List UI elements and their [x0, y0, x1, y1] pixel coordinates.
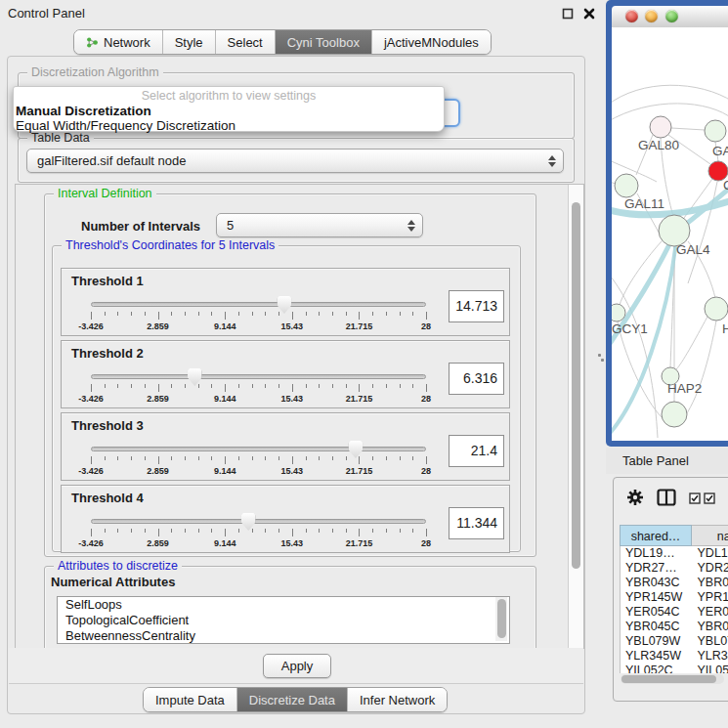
network-canvas[interactable]: GAL80GACGAL11GAL4GCY1HHAP2 — [612, 27, 728, 441]
network-node[interactable] — [612, 304, 625, 321]
table-data-combobox[interactable]: galFiltered.sif default node — [26, 149, 564, 173]
threshold-panel: Threshold 3-3.4262.8599.14415.4321.71528… — [61, 412, 510, 481]
network-view-window: GAL80GACGAL11GAL4GCY1HHAP2 — [606, 0, 728, 447]
table-cell: YDL19… — [693, 546, 728, 561]
table-row[interactable]: YBR043CYBR043C — [621, 576, 728, 590]
threshold-slider[interactable]: -3.4262.8599.14415.4321.71528 — [91, 298, 426, 333]
table-row[interactable]: YBL079WYBL079W — [621, 634, 728, 649]
network-node-label: GAL4 — [676, 242, 710, 257]
slider-ticks — [91, 384, 426, 393]
slider-track[interactable] — [91, 302, 426, 307]
number-of-intervals-combobox[interactable]: 5 — [216, 213, 423, 237]
slider-ticks — [91, 529, 426, 537]
table-row[interactable]: YIL052CYIL052C — [621, 664, 728, 673]
table-row[interactable]: YPR145WYPR145W — [621, 590, 728, 605]
slider-tick-labels: -3.4262.8599.14415.4321.71528 — [91, 538, 426, 548]
table-horizontal-scrollbar-thumb[interactable] — [621, 675, 716, 683]
interval-definition-group: Interval Definition Number of Intervals … — [44, 193, 536, 557]
slider-track[interactable] — [91, 519, 426, 524]
apply-button[interactable]: Apply — [263, 654, 331, 678]
close-icon[interactable] — [583, 8, 595, 20]
network-node[interactable] — [705, 120, 726, 142]
table-row[interactable]: YLR345WYLR345W — [621, 649, 728, 664]
minimize-traffic-light[interactable] — [645, 10, 658, 22]
attributes-list-scrollbar[interactable] — [495, 597, 507, 641]
table-cell: YBR045C — [621, 620, 693, 634]
apply-footer: Apply — [9, 648, 583, 684]
algorithm-option-equal-width-frequency[interactable]: Equal Width/Frequency Discretization — [14, 118, 444, 133]
discretization-algorithm-group-label: Discretization Algorithm — [27, 65, 163, 79]
table-horizontal-scrollbar[interactable] — [621, 674, 724, 684]
numerical-attributes-label: Numerical Attributes — [51, 575, 175, 589]
attribute-list-item[interactable]: SelfLoops — [58, 597, 509, 613]
tab-jactivemnodules[interactable]: jActiveMNodules — [372, 30, 491, 54]
attributes-group: Attributes to discretize Numerical Attri… — [44, 566, 536, 649]
network-window-titlebar[interactable] — [612, 6, 728, 28]
table-cell: YLR345W — [621, 649, 693, 664]
table-row[interactable]: YBR045CYBR045C — [621, 620, 728, 634]
table-cell: YPR145W — [621, 590, 693, 605]
threshold-slider[interactable]: -3.4262.8599.14415.4321.71528 — [91, 370, 426, 406]
table-cell: YIL052C — [621, 664, 693, 673]
tab-infer-network[interactable]: Infer Network — [348, 688, 447, 711]
network-node[interactable] — [615, 174, 638, 197]
panel-resize-handle[interactable] — [598, 354, 604, 362]
network-node[interactable] — [705, 297, 728, 321]
tab-cyni-toolbox[interactable]: Cyni Toolbox — [276, 30, 372, 54]
tab-network-label: Network — [104, 35, 150, 50]
threshold-slider[interactable]: -3.4262.8599.14415.4321.71528 — [91, 515, 426, 550]
threshold-value-field[interactable]: 21.4 — [449, 435, 504, 467]
threshold-value-field[interactable]: 14.713 — [449, 290, 504, 322]
checkbox-icon-1[interactable] — [689, 492, 701, 504]
network-node[interactable] — [662, 402, 687, 427]
attribute-list-item[interactable]: BetweennessCentrality — [58, 628, 509, 644]
attributes-list-scrollbar-thumb[interactable] — [497, 599, 506, 638]
network-node[interactable] — [650, 116, 671, 138]
control-panel-title: Control Panel — [8, 6, 85, 21]
settings-scrollbar-thumb[interactable] — [572, 202, 580, 569]
table-row[interactable]: YDL19…YDL19… — [621, 546, 728, 561]
settings-scrollbar[interactable] — [568, 185, 583, 648]
tab-discretize-data[interactable]: Discretize Data — [237, 688, 348, 711]
table-row[interactable]: YDR27…YDR27… — [621, 561, 728, 576]
attributes-group-label: Attributes to discretize — [54, 559, 182, 573]
tab-network[interactable]: Network — [74, 30, 163, 54]
table-cell: YLR345W — [693, 649, 728, 664]
table-header-row: shared… name — [620, 525, 728, 546]
numerical-attributes-list[interactable]: SelfLoopsTopologicalCoefficientBetweenne… — [57, 596, 510, 644]
slider-track[interactable] — [91, 447, 426, 451]
threshold-value-field[interactable]: 11.344 — [449, 507, 504, 539]
table-row[interactable]: YER054CYER054C — [621, 605, 728, 620]
threshold-label: Threshold 3 — [71, 418, 144, 433]
algorithm-popup: Select algorithm to view settings Manual… — [13, 86, 445, 132]
tab-select[interactable]: Select — [216, 30, 276, 54]
zoom-traffic-light[interactable] — [665, 10, 678, 22]
table-data-group: Table Data galFiltered.sif default node — [18, 138, 575, 183]
float-window-icon[interactable] — [562, 8, 574, 20]
apply-button-label: Apply — [281, 659, 314, 673]
column-header-shared-name[interactable]: shared… — [620, 525, 692, 546]
table-cell: YBR043C — [693, 576, 728, 590]
table-cell: YBR043C — [621, 576, 693, 590]
network-node-label: GCY1 — [612, 321, 648, 336]
columns-icon[interactable] — [657, 489, 676, 506]
close-traffic-light[interactable] — [625, 10, 638, 22]
application-root: Control Panel Network Style Selec — [0, 0, 728, 728]
table-data-group-label: Table Data — [27, 131, 94, 145]
gear-icon[interactable] — [626, 489, 644, 506]
slider-track[interactable] — [91, 374, 426, 379]
checkbox-icon-2[interactable] — [704, 492, 715, 504]
algorithm-option-manual-discretization[interactable]: Manual Discretization — [14, 104, 444, 118]
column-header-name[interactable]: name — [692, 525, 728, 546]
attribute-list-item[interactable]: TopologicalCoefficient — [58, 613, 509, 628]
threshold-label: Threshold 4 — [71, 491, 144, 505]
combo-stepper-icon — [407, 220, 415, 232]
table-cell: YER054C — [621, 605, 693, 620]
tab-impute-data[interactable]: Impute Data — [144, 688, 237, 711]
threshold-slider[interactable]: -3.4262.8599.14415.4321.71528 — [91, 443, 426, 478]
tab-style[interactable]: Style — [163, 30, 216, 54]
node-table: shared… name YDL19…YDL19…YDR27…YDR27…YBR… — [620, 525, 728, 673]
threshold-panel: Threshold 4-3.4262.8599.14415.4321.71528… — [61, 485, 510, 553]
threshold-value-field[interactable]: 6.316 — [449, 363, 504, 395]
slider-tick-labels: -3.4262.8599.14415.4321.71528 — [91, 321, 426, 331]
